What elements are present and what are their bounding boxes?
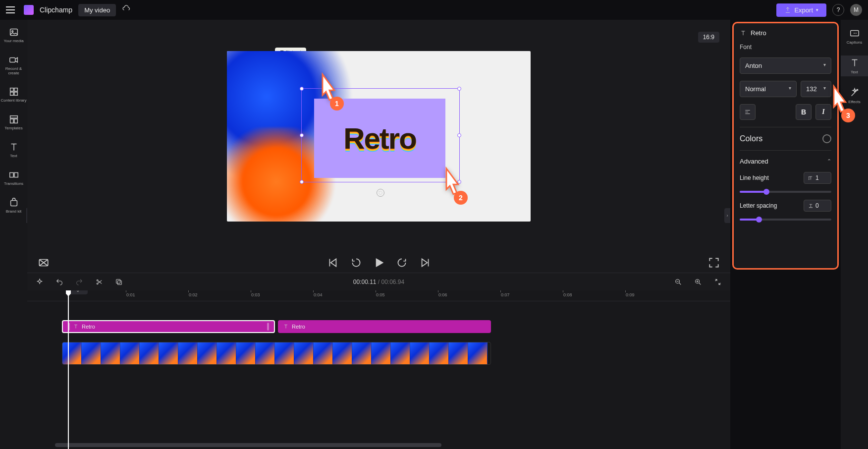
line-height-input[interactable]: 1 (804, 172, 831, 184)
clip-grip-right[interactable] (267, 323, 269, 331)
svg-rect-2 (9, 57, 15, 62)
ruler-tick: 0:08 (563, 292, 572, 297)
svg-rect-12 (10, 200, 17, 206)
forward-button[interactable] (395, 256, 408, 269)
font-size-select[interactable]: 132 (801, 81, 831, 97)
copy-button[interactable] (112, 276, 125, 288)
sidebar-item-content-library[interactable]: Content library (0, 85, 27, 104)
ruler-tick: 0:06 (438, 292, 447, 297)
sidebar-item-your-media[interactable]: Your media (0, 26, 27, 45)
svg-point-18 (97, 283, 98, 284)
retro-text-box[interactable]: Retro (314, 99, 445, 178)
rail-item-effects[interactable]: Effects (841, 85, 868, 106)
skip-back-button[interactable] (327, 256, 340, 269)
sidebar-item-brand-kit[interactable]: Brand kit (0, 196, 27, 215)
advanced-label: Advanced (740, 158, 768, 165)
chevron-up-icon: ⌃ (827, 158, 831, 165)
toggle-preview-button[interactable] (37, 256, 50, 269)
user-avatar[interactable]: M (850, 4, 862, 16)
text-track: Retro Retro (27, 320, 730, 339)
text-clip-2[interactable]: Retro (278, 320, 491, 333)
undo-button[interactable] (53, 276, 66, 288)
zoom-out-button[interactable] (672, 276, 685, 288)
timeline-ruler[interactable]: 0:01 0:02 0:03 0:04 0:05 0:06 0:07 0:08 … (27, 290, 730, 301)
letter-spacing-label: Letter spacing (740, 202, 777, 209)
project-title[interactable]: My video (78, 4, 116, 16)
resize-handle-br[interactable] (457, 180, 461, 184)
resize-handle-tl[interactable] (300, 87, 304, 91)
rail-item-text[interactable]: Text (841, 56, 868, 76)
advanced-toggle[interactable]: Advanced ⌃ (740, 158, 831, 165)
sidebar-label: Your media (3, 39, 23, 44)
ruler-tick: 0:09 (626, 292, 635, 297)
ruler-tick: 0:03 (251, 292, 260, 297)
resize-handle-ml[interactable] (300, 133, 304, 137)
colors-label: Colors (740, 134, 762, 143)
help-button[interactable]: ? (832, 4, 844, 16)
rail-label: Captions (847, 40, 863, 45)
svg-rect-11 (14, 172, 17, 177)
clip-label: Retro (82, 324, 95, 330)
bold-button[interactable]: B (796, 104, 812, 120)
fit-timeline-button[interactable] (711, 276, 724, 288)
text-icon (283, 324, 289, 330)
font-family-select[interactable]: Anton (740, 57, 831, 74)
svg-rect-19 (117, 281, 121, 284)
playhead[interactable] (68, 290, 69, 449)
preview-area: 16:9 Edit text Anton 132 (27, 20, 730, 253)
video-clip[interactable] (62, 342, 491, 365)
svg-rect-4 (14, 88, 17, 91)
svg-rect-3 (10, 88, 13, 91)
auto-enhance-button[interactable] (33, 276, 46, 288)
svg-point-1 (11, 31, 13, 32)
aspect-ratio-button[interactable]: 16:9 (698, 32, 719, 43)
sidebar-item-templates[interactable]: Templates (0, 113, 27, 132)
letter-spacing-slider[interactable] (740, 219, 831, 221)
zoom-in-button[interactable] (692, 276, 705, 288)
fullscreen-button[interactable] (707, 256, 720, 269)
svg-rect-20 (116, 279, 120, 283)
line-height-icon (808, 175, 814, 181)
sidebar-label: Record & create (0, 67, 27, 76)
ruler-tick: 0:04 (314, 292, 323, 297)
video-canvas[interactable]: Retro (227, 51, 531, 222)
skip-forward-button[interactable] (418, 256, 431, 269)
sidebar-label: Text (10, 154, 17, 159)
resize-handle-tr[interactable] (457, 87, 461, 91)
export-button[interactable]: Export ▾ (776, 3, 826, 17)
sidebar-item-text[interactable]: Text (0, 141, 27, 160)
resize-handle-bl[interactable] (300, 180, 304, 184)
letter-spacing-input[interactable]: 0 (804, 200, 831, 212)
color-swatch-button[interactable] (822, 134, 831, 143)
slider-thumb[interactable] (756, 217, 762, 223)
resize-handle-mr[interactable] (457, 133, 461, 137)
left-sidebar: Your media Record & create Content libra… (0, 20, 27, 449)
letter-spacing-icon (808, 203, 814, 209)
menu-button[interactable] (6, 4, 18, 16)
expand-right-button[interactable]: › (724, 208, 730, 223)
italic-button[interactable]: I (815, 104, 831, 120)
brand-name: Clipchamp (40, 6, 72, 14)
ruler-tick: 0:07 (501, 292, 510, 297)
right-rail: Captions Text Effects (841, 20, 868, 449)
line-height-slider[interactable] (740, 191, 831, 193)
rewind-button[interactable] (350, 256, 363, 269)
chevron-down-icon: ▾ (816, 7, 818, 12)
rotate-handle[interactable] (377, 189, 384, 197)
timeline-scrollbar[interactable] (55, 443, 441, 447)
text-selection-bounds[interactable]: Retro (301, 88, 460, 182)
rail-item-captions[interactable]: Captions (841, 26, 868, 47)
sidebar-item-transitions[interactable]: Transitions (0, 168, 27, 187)
slider-thumb[interactable] (763, 189, 769, 195)
play-button[interactable] (373, 256, 385, 269)
font-section-label: Font (740, 44, 831, 51)
split-button[interactable] (93, 276, 106, 288)
timeline[interactable]: 0:01 0:02 0:03 0:04 0:05 0:06 0:07 0:08 … (27, 290, 730, 449)
text-clip-1[interactable]: Retro (62, 320, 275, 333)
collapse-tracks-button[interactable]: ⌄ (68, 290, 88, 294)
font-weight-select[interactable]: Normal (740, 81, 797, 97)
svg-rect-7 (10, 116, 17, 118)
redo-button[interactable] (73, 276, 86, 288)
align-button[interactable] (740, 104, 756, 120)
sidebar-item-record-create[interactable]: Record & create (0, 54, 27, 77)
